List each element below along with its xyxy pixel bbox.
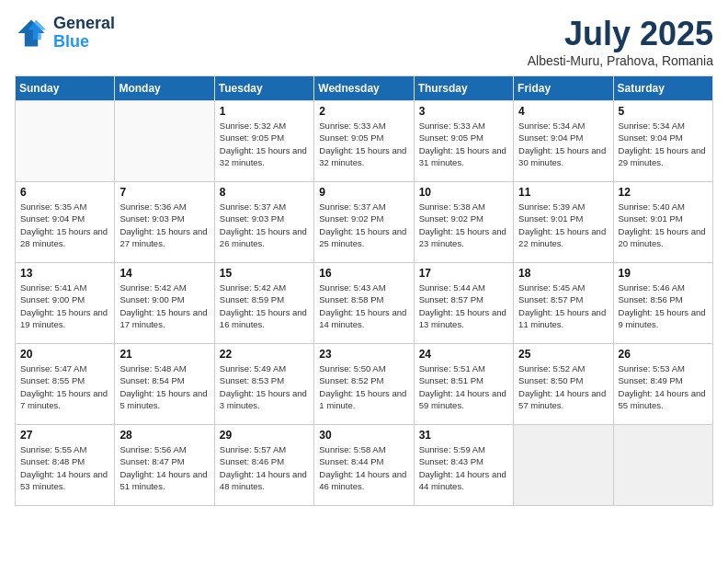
day-number: 16 <box>319 267 408 280</box>
calendar-cell: 4Sunrise: 5:34 AMSunset: 9:04 PMDaylight… <box>514 101 613 182</box>
day-info: Sunrise: 5:35 AMSunset: 9:04 PMDaylight:… <box>20 201 109 249</box>
day-number: 1 <box>220 105 309 118</box>
day-info: Sunrise: 5:55 AMSunset: 8:48 PMDaylight:… <box>20 443 109 492</box>
calendar-week-3: 13Sunrise: 5:41 AMSunset: 9:00 PMDayligh… <box>16 263 713 344</box>
day-info: Sunrise: 5:45 AMSunset: 8:57 PMDaylight:… <box>518 282 608 330</box>
weekday-header-row: SundayMondayTuesdayWednesdayThursdayFrid… <box>16 76 713 101</box>
calendar-cell: 19Sunrise: 5:46 AMSunset: 8:56 PMDayligh… <box>613 263 712 344</box>
calendar-cell: 29Sunrise: 5:57 AMSunset: 8:46 PMDayligh… <box>214 425 313 506</box>
day-info: Sunrise: 5:58 AMSunset: 8:44 PMDaylight:… <box>319 443 408 492</box>
calendar-week-1: 1Sunrise: 5:32 AMSunset: 9:05 PMDaylight… <box>16 101 713 182</box>
calendar-body: 1Sunrise: 5:32 AMSunset: 9:05 PMDaylight… <box>16 101 713 506</box>
day-number: 2 <box>319 105 408 118</box>
page-header: General Blue July 2025 Albesti-Muru, Pra… <box>15 15 713 68</box>
day-info: Sunrise: 5:43 AMSunset: 8:58 PMDaylight:… <box>319 282 408 330</box>
day-info: Sunrise: 5:34 AMSunset: 9:04 PMDaylight:… <box>518 120 608 168</box>
day-info: Sunrise: 5:34 AMSunset: 9:04 PMDaylight:… <box>619 120 708 168</box>
calendar-cell: 18Sunrise: 5:45 AMSunset: 8:57 PMDayligh… <box>514 263 613 344</box>
logo-line2: Blue <box>53 33 115 52</box>
day-number: 23 <box>319 348 408 361</box>
day-info: Sunrise: 5:48 AMSunset: 8:54 PMDaylight:… <box>119 362 209 411</box>
calendar-cell: 20Sunrise: 5:47 AMSunset: 8:55 PMDayligh… <box>16 344 115 425</box>
calendar-cell: 21Sunrise: 5:48 AMSunset: 8:54 PMDayligh… <box>115 344 214 425</box>
day-number: 5 <box>619 105 708 118</box>
day-info: Sunrise: 5:51 AMSunset: 8:51 PMDaylight:… <box>419 362 508 411</box>
day-info: Sunrise: 5:41 AMSunset: 9:00 PMDaylight:… <box>20 282 109 330</box>
weekday-header-wednesday: Wednesday <box>314 76 414 101</box>
day-number: 21 <box>119 348 209 361</box>
calendar-cell <box>115 101 214 182</box>
calendar-cell: 28Sunrise: 5:56 AMSunset: 8:47 PMDayligh… <box>115 425 214 506</box>
day-info: Sunrise: 5:53 AMSunset: 8:49 PMDaylight:… <box>619 362 708 411</box>
day-info: Sunrise: 5:56 AMSunset: 8:47 PMDaylight:… <box>119 443 209 492</box>
calendar-cell <box>514 425 613 506</box>
day-info: Sunrise: 5:52 AMSunset: 8:50 PMDaylight:… <box>518 362 608 411</box>
calendar-header: SundayMondayTuesdayWednesdayThursdayFrid… <box>16 76 713 101</box>
day-info: Sunrise: 5:33 AMSunset: 9:05 PMDaylight:… <box>319 120 408 168</box>
calendar-cell: 8Sunrise: 5:37 AMSunset: 9:03 PMDaylight… <box>214 182 313 263</box>
day-number: 24 <box>419 348 508 361</box>
calendar-cell: 27Sunrise: 5:55 AMSunset: 8:48 PMDayligh… <box>16 425 115 506</box>
calendar-week-2: 6Sunrise: 5:35 AMSunset: 9:04 PMDaylight… <box>16 182 713 263</box>
day-number: 26 <box>619 348 708 361</box>
location-subtitle: Albesti-Muru, Prahova, Romania <box>528 53 713 68</box>
day-number: 29 <box>220 429 309 442</box>
calendar-cell: 6Sunrise: 5:35 AMSunset: 9:04 PMDaylight… <box>16 182 115 263</box>
calendar-cell <box>613 425 712 506</box>
day-number: 19 <box>619 267 708 280</box>
day-info: Sunrise: 5:42 AMSunset: 9:00 PMDaylight:… <box>119 282 209 330</box>
calendar-cell: 23Sunrise: 5:50 AMSunset: 8:52 PMDayligh… <box>314 344 414 425</box>
calendar-cell: 13Sunrise: 5:41 AMSunset: 9:00 PMDayligh… <box>16 263 115 344</box>
day-info: Sunrise: 5:37 AMSunset: 9:02 PMDaylight:… <box>319 201 408 249</box>
calendar-cell: 9Sunrise: 5:37 AMSunset: 9:02 PMDaylight… <box>314 182 414 263</box>
day-info: Sunrise: 5:38 AMSunset: 9:02 PMDaylight:… <box>419 201 508 249</box>
day-info: Sunrise: 5:40 AMSunset: 9:01 PMDaylight:… <box>619 201 708 249</box>
calendar-cell: 31Sunrise: 5:59 AMSunset: 8:43 PMDayligh… <box>414 425 513 506</box>
calendar-cell: 16Sunrise: 5:43 AMSunset: 8:58 PMDayligh… <box>314 263 414 344</box>
day-number: 28 <box>119 429 209 442</box>
day-number: 13 <box>20 267 109 280</box>
weekday-header-tuesday: Tuesday <box>214 76 313 101</box>
weekday-header-sunday: Sunday <box>16 76 115 101</box>
day-info: Sunrise: 5:50 AMSunset: 8:52 PMDaylight:… <box>319 362 408 411</box>
calendar-cell: 1Sunrise: 5:32 AMSunset: 9:05 PMDaylight… <box>214 101 313 182</box>
logo: General Blue <box>15 15 115 52</box>
calendar-cell: 3Sunrise: 5:33 AMSunset: 9:05 PMDaylight… <box>414 101 513 182</box>
day-number: 27 <box>20 429 109 442</box>
day-info: Sunrise: 5:32 AMSunset: 9:05 PMDaylight:… <box>220 120 309 168</box>
day-info: Sunrise: 5:44 AMSunset: 8:57 PMDaylight:… <box>419 282 508 330</box>
logo-line1: General <box>53 15 115 33</box>
day-number: 6 <box>20 186 109 199</box>
day-number: 4 <box>518 105 608 118</box>
month-title: July 2025 <box>528 15 713 53</box>
day-info: Sunrise: 5:59 AMSunset: 8:43 PMDaylight:… <box>419 443 508 492</box>
calendar-cell: 30Sunrise: 5:58 AMSunset: 8:44 PMDayligh… <box>314 425 414 506</box>
day-number: 31 <box>419 429 508 442</box>
day-number: 18 <box>518 267 608 280</box>
day-number: 11 <box>518 186 608 199</box>
day-info: Sunrise: 5:39 AMSunset: 9:01 PMDaylight:… <box>518 201 608 249</box>
day-info: Sunrise: 5:37 AMSunset: 9:03 PMDaylight:… <box>220 201 309 249</box>
calendar-week-4: 20Sunrise: 5:47 AMSunset: 8:55 PMDayligh… <box>16 344 713 425</box>
calendar-cell: 2Sunrise: 5:33 AMSunset: 9:05 PMDaylight… <box>314 101 414 182</box>
calendar-cell: 17Sunrise: 5:44 AMSunset: 8:57 PMDayligh… <box>414 263 513 344</box>
day-number: 3 <box>419 105 508 118</box>
calendar-cell: 11Sunrise: 5:39 AMSunset: 9:01 PMDayligh… <box>514 182 613 263</box>
calendar-cell: 24Sunrise: 5:51 AMSunset: 8:51 PMDayligh… <box>414 344 513 425</box>
day-number: 14 <box>119 267 209 280</box>
day-info: Sunrise: 5:57 AMSunset: 8:46 PMDaylight:… <box>220 443 309 492</box>
weekday-header-saturday: Saturday <box>613 76 712 101</box>
calendar-cell: 7Sunrise: 5:36 AMSunset: 9:03 PMDaylight… <box>115 182 214 263</box>
calendar-cell: 26Sunrise: 5:53 AMSunset: 8:49 PMDayligh… <box>613 344 712 425</box>
day-number: 30 <box>319 429 408 442</box>
calendar-cell: 10Sunrise: 5:38 AMSunset: 9:02 PMDayligh… <box>414 182 513 263</box>
logo-icon <box>15 17 48 50</box>
title-block: July 2025 Albesti-Muru, Prahova, Romania <box>528 15 713 68</box>
day-number: 8 <box>220 186 309 199</box>
calendar-table: SundayMondayTuesdayWednesdayThursdayFrid… <box>15 75 713 506</box>
calendar-cell: 25Sunrise: 5:52 AMSunset: 8:50 PMDayligh… <box>514 344 613 425</box>
calendar-cell: 5Sunrise: 5:34 AMSunset: 9:04 PMDaylight… <box>613 101 712 182</box>
weekday-header-monday: Monday <box>115 76 214 101</box>
day-number: 15 <box>220 267 309 280</box>
day-number: 12 <box>619 186 708 199</box>
